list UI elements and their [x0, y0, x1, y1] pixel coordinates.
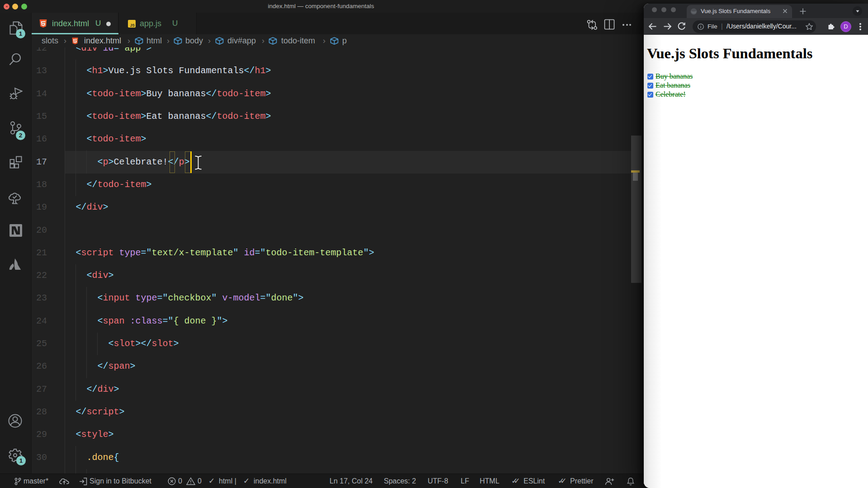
svg-text:JS: JS: [130, 23, 135, 28]
